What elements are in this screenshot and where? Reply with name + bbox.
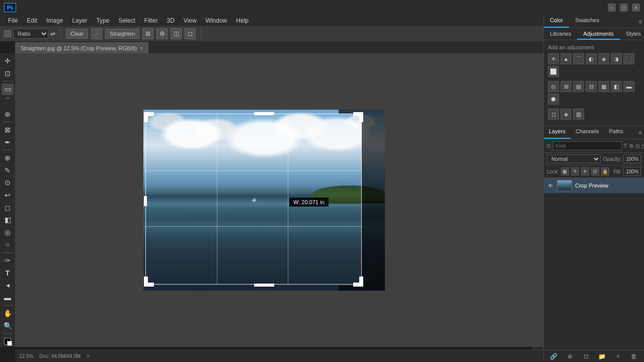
blend-mode-select[interactable]: Normal	[547, 154, 601, 163]
threshold-icon[interactable]: ◧	[611, 81, 622, 92]
kind-filter-icon2[interactable]: ⚙	[629, 143, 633, 149]
path-select-tool[interactable]: ◂	[2, 280, 14, 291]
kind-filter-icon4[interactable]: ◻	[641, 143, 644, 149]
spot-heal-tool[interactable]: ⊕	[2, 152, 14, 164]
maximize-button[interactable]: □	[620, 4, 628, 12]
history-brush-tool[interactable]: ↩	[2, 190, 14, 201]
levels-icon[interactable]: ▲	[560, 53, 572, 64]
lock-image-icon[interactable]: ✎	[571, 167, 579, 175]
shield-icon[interactable]: ◻	[185, 28, 196, 39]
lock-artboard-icon[interactable]: ✛	[581, 167, 589, 175]
menu-layer[interactable]: Layer	[68, 16, 91, 25]
photofilter-icon[interactable]: ◎	[548, 81, 559, 92]
straighten-icon[interactable]: ⟋	[91, 28, 102, 39]
menu-help[interactable]: Help	[232, 16, 253, 25]
vibrance-icon[interactable]: ◈	[598, 53, 609, 64]
menu-window[interactable]: Window	[202, 16, 231, 25]
panel-menu-top[interactable]: ≡	[638, 15, 644, 28]
settings-icon[interactable]: ⚙	[156, 28, 168, 39]
menu-file[interactable]: File	[4, 16, 22, 25]
ratio-select[interactable]: Ratio	[13, 29, 48, 39]
background-color[interactable]	[7, 341, 12, 346]
eyedropper-tool[interactable]: ✒	[2, 136, 14, 148]
kind-search[interactable]	[553, 141, 622, 150]
brightness-icon[interactable]: ☀	[548, 53, 559, 64]
foreground-color[interactable]	[4, 338, 11, 345]
lock-all-icon[interactable]: 🔒	[601, 167, 609, 175]
colorbalance-icon[interactable]: ⬛	[623, 53, 634, 64]
crop-handle-left-mid2[interactable]	[144, 196, 147, 206]
link-layers-button[interactable]: 🔗	[550, 352, 558, 360]
shape-tool[interactable]: ▬	[2, 292, 14, 303]
crop-handle-top-right-v[interactable]	[359, 112, 363, 122]
kind-filter-icon[interactable]: T	[624, 143, 627, 149]
fill-input[interactable]	[623, 167, 641, 176]
selective-color-icon[interactable]: ⬢	[548, 94, 559, 105]
hsl-icon[interactable]: ◑	[611, 53, 622, 64]
content-aware-icon[interactable]: ◫	[171, 28, 182, 39]
delete-layer-button[interactable]: 🗑	[630, 352, 638, 360]
move-tool[interactable]: ✛	[2, 55, 14, 67]
posterize-icon[interactable]: ▦	[598, 81, 609, 92]
document-tab[interactable]: Straighten.jpg @ 12.5% (Crop Preview, RG…	[15, 42, 148, 53]
new-group-button[interactable]: 📁	[598, 352, 606, 360]
menu-view[interactable]: View	[180, 16, 201, 25]
zoom-tool[interactable]: 🔍	[2, 320, 14, 332]
quick-select-tool[interactable]: ⊛	[2, 108, 14, 120]
canvas-area[interactable]: W: 20.071 in	[15, 53, 543, 347]
dodge-tool[interactable]: ○	[2, 239, 14, 250]
libraries-tab[interactable]: Libraries	[544, 29, 577, 40]
clear-button[interactable]: Clear	[66, 29, 88, 39]
tab-close-button[interactable]: ×	[140, 45, 143, 51]
hand-tool[interactable]: ✋	[2, 308, 14, 319]
clone-stamp-tool[interactable]: ⊙	[2, 177, 14, 189]
styles-tab[interactable]: Styles	[620, 29, 644, 40]
adj-icon-extra3[interactable]: ▥	[573, 109, 584, 120]
minimize-button[interactable]: −	[608, 4, 616, 12]
crop-handle-top-mid[interactable]	[254, 112, 274, 115]
exposure-icon[interactable]: ◐	[586, 53, 597, 64]
crop-handle-bottom-right-v[interactable]	[359, 277, 363, 287]
menu-image[interactable]: Image	[42, 16, 67, 25]
marquee-tool[interactable]: ▭	[2, 83, 14, 95]
layers-tab[interactable]: Layers	[544, 126, 571, 139]
brush-tool[interactable]: ✎	[2, 165, 14, 176]
invert-icon[interactable]: ⊟	[586, 81, 597, 92]
channelmixer-icon[interactable]: ⊞	[560, 81, 572, 92]
crop-handle-bottom-left-v[interactable]	[144, 277, 148, 287]
crop-tool[interactable]: ⊠	[2, 124, 14, 136]
layer-visibility-toggle[interactable]: 👁	[547, 182, 554, 189]
kind-filter-icon3[interactable]: ⊡	[635, 143, 639, 149]
swap-icon[interactable]: ⇌	[50, 30, 55, 37]
artboard-tool[interactable]: ⊡	[2, 68, 14, 79]
crop-tool-icon[interactable]	[4, 30, 11, 37]
curves-icon[interactable]: ⌒	[573, 53, 584, 64]
colorlookup-icon[interactable]: ▤	[573, 81, 584, 92]
menu-edit[interactable]: Edit	[23, 16, 41, 25]
channels-tab[interactable]: Channels	[571, 126, 604, 139]
add-mask-button[interactable]: ⊡	[582, 352, 590, 360]
close-button[interactable]: ×	[632, 4, 640, 12]
bw-icon[interactable]: ⬜	[548, 66, 559, 77]
status-arrow[interactable]: >	[87, 353, 90, 359]
layer-row[interactable]: 👁 Crop Preview	[544, 178, 644, 193]
new-layer-button[interactable]: +	[614, 352, 622, 360]
menu-select[interactable]: Select	[114, 16, 139, 25]
title-bar-controls[interactable]: − □ ×	[608, 4, 640, 12]
lock-transparent-icon[interactable]: ▦	[561, 167, 569, 175]
straighten-button[interactable]: Straighten	[105, 29, 139, 39]
adj-icon-extra2[interactable]: ◈	[560, 109, 572, 120]
menu-3d[interactable]: 3D	[163, 16, 178, 25]
type-tool[interactable]: T	[2, 267, 14, 279]
swatches-tab[interactable]: Swatches	[569, 15, 605, 28]
grid-icon[interactable]: ⊞	[142, 28, 153, 39]
color-tab[interactable]: Color	[544, 15, 569, 28]
paths-tab[interactable]: Paths	[604, 126, 628, 139]
crop-handle-top-left-h[interactable]	[144, 112, 154, 116]
layers-panel-menu[interactable]: ≡	[638, 126, 644, 139]
menu-type[interactable]: Type	[92, 16, 113, 25]
gradient-map-icon[interactable]: ▬	[623, 81, 634, 92]
pen-tool[interactable]: ✑	[2, 255, 14, 266]
menu-filter[interactable]: Filter	[140, 16, 162, 25]
adjustments-tab[interactable]: Adjustments	[577, 29, 620, 40]
